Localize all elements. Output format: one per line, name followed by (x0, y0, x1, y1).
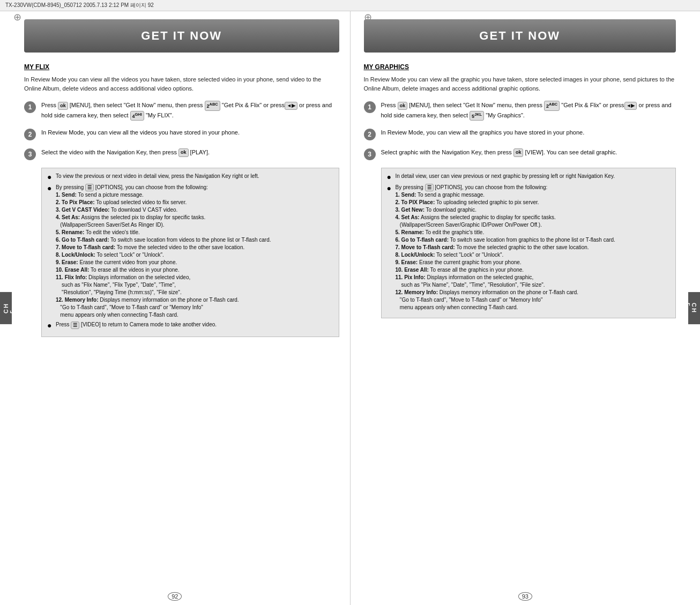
chapter-tab-right: CH5 (688, 292, 700, 324)
r-5jkl-key-icon: 5JKL (470, 111, 484, 121)
right-step-text-2: In Review Mode, you can view all the gra… (381, 128, 676, 137)
left-info-text-1: To view the previous or next video in de… (56, 173, 259, 180)
r-ok-key-icon: ok (398, 102, 408, 110)
ok-key-play-icon: ok (178, 148, 189, 157)
r-nav-icon: ◄▶ (624, 102, 637, 110)
right-step-1: 1 Press ok [MENU], then select "Get It N… (364, 101, 676, 121)
right-info-item-1: ● In detail view, user can view previous… (387, 173, 671, 182)
right-step-num-1: 1 (364, 101, 376, 113)
left-step-text-1: Press ok [MENU], then select "Get It Now… (41, 101, 339, 121)
r-2abc-key-icon: 2ABC (544, 101, 560, 111)
options-key-icon: ☰ (85, 184, 94, 192)
right-step-num-2: 2 (364, 129, 376, 140)
left-section-title: MY FLIX (24, 63, 339, 71)
corner-mark-tr: ⊕ (364, 11, 372, 23)
nav-icon-1: ◄▶ (285, 102, 297, 110)
right-step-2: 2 In Review Mode, you can view all the g… (364, 128, 676, 140)
2abc-key-icon: 2ABC (205, 101, 220, 111)
right-section-title: MY GRAPHICS (364, 63, 676, 71)
right-page: CH5 ⊕ GET IT NOW MY GRAPHICS In Review M… (351, 11, 701, 605)
left-page: CH5 ⊕ GET IT NOW MY FLIX In Review Mode … (0, 11, 351, 605)
corner-mark-tl: ⊕ (13, 11, 21, 23)
ok-key-icon: ok (58, 102, 68, 110)
right-step-text-1: Press ok [MENU], then select "Get It Now… (381, 101, 676, 121)
left-info-item-1: ● To view the previous or next video in … (47, 173, 333, 182)
left-banner: GET IT NOW (24, 19, 339, 53)
bullet-1: ● (47, 173, 54, 182)
left-info-text-3: Press ☰ [VIDEO] to return to Camera mode… (56, 321, 217, 329)
bullet-3: ● (47, 321, 54, 330)
right-section-intro: In Review Mode you can view all the grap… (364, 75, 676, 93)
left-page-number: 92 (0, 588, 350, 605)
left-info-box: ● To view the previous or next video in … (41, 168, 339, 337)
right-step-num-3: 3 (364, 148, 376, 160)
left-step-1: 1 Press ok [MENU], then select "Get It N… (24, 101, 339, 121)
r-bullet-2: ● (387, 184, 393, 193)
right-info-box: ● In detail view, user can view previous… (381, 168, 676, 318)
left-step-num-2: 2 (24, 129, 36, 140)
r-options-key-icon: ☰ (425, 184, 434, 192)
right-info-text-2: By pressing ☰ [OPTIONS], you can choose … (396, 184, 615, 312)
left-step-text-3: Select the video with the Navigation Key… (41, 148, 339, 157)
left-step-text-2: In Review Mode, you can view all the vid… (41, 128, 339, 137)
right-banner: GET IT NOW (364, 19, 676, 53)
left-step-num-3: 3 (24, 148, 36, 160)
video-key-icon: ☰ (71, 322, 79, 330)
left-section-intro: In Review Mode you can view all the vide… (24, 75, 339, 93)
right-info-item-2: ● By pressing ☰ [OPTIONS], you can choos… (387, 184, 671, 312)
chapter-tab-left: CH5 (0, 292, 12, 324)
top-bar: TX-230VW(CDM-8945)_050712 2005.7.13 2:12… (0, 0, 700, 11)
right-step-text-3: Select graphic with the Navigation Key, … (381, 148, 676, 157)
left-info-item-3: ● Press ☰ [VIDEO] to return to Camera mo… (47, 321, 333, 330)
right-step-3: 3 Select graphic with the Navigation Key… (364, 148, 676, 160)
r-ok-key-view-icon: ok (513, 148, 524, 157)
left-step-num-1: 1 (24, 101, 36, 113)
left-info-text-2: By pressing ☰ [OPTIONS], you can choose … (56, 184, 271, 319)
right-info-text-1: In detail view, user can view previous o… (396, 173, 615, 180)
right-page-number: 93 (351, 588, 701, 605)
4ghi-key-icon: 4GHI (130, 111, 144, 121)
left-step-2: 2 In Review Mode, you can view all the v… (24, 128, 339, 140)
r-bullet-1: ● (387, 173, 393, 182)
bullet-2: ● (47, 184, 54, 193)
left-info-item-2: ● By pressing ☰ [OPTIONS], you can choos… (47, 184, 333, 319)
left-step-3: 3 Select the video with the Navigation K… (24, 148, 339, 160)
